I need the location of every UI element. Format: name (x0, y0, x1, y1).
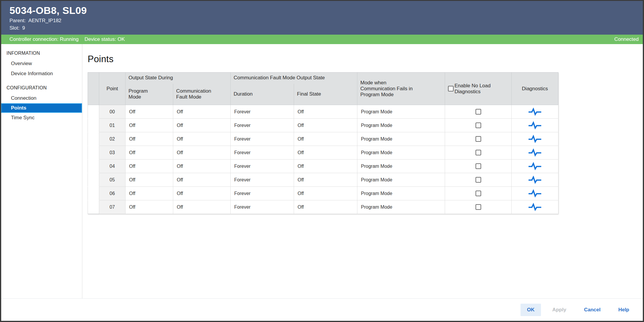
mode-when-cell[interactable]: Program Mode (357, 105, 445, 119)
mode-when-cell[interactable]: Program Mode (357, 200, 445, 214)
row-selector[interactable] (88, 105, 99, 119)
program-mode-cell[interactable]: Off (126, 187, 173, 200)
sidebar-item-points[interactable]: Points (1, 103, 82, 113)
duration-cell[interactable]: Forever (231, 105, 294, 119)
selector-column-header (88, 73, 99, 105)
point-cell: 02 (99, 132, 126, 146)
mode-when-cell[interactable]: Program Mode (357, 119, 445, 132)
communication-fault-mode-cell[interactable]: Off (173, 187, 231, 200)
diagnostics-cell (512, 173, 558, 187)
duration-cell[interactable]: Forever (231, 119, 294, 132)
connection-state-badge: Connected (614, 36, 639, 42)
diagnostics-cell (512, 119, 558, 132)
communication-fault-mode-cell[interactable]: Off (173, 119, 231, 132)
row-selector[interactable] (88, 146, 99, 160)
diagnostics-cell (512, 105, 558, 119)
final-state-cell[interactable]: Off (294, 187, 357, 200)
final-state-cell[interactable]: Off (294, 146, 357, 160)
sidebar: INFORMATIONOverviewDevice InformationCON… (1, 44, 82, 298)
no-load-checkbox[interactable] (476, 191, 481, 196)
no-load-checkbox[interactable] (476, 109, 481, 115)
duration-cell[interactable]: Forever (231, 132, 294, 146)
cancel-button[interactable]: Cancel (577, 304, 607, 316)
enable-no-load-cell (445, 132, 512, 146)
row-selector[interactable] (88, 132, 99, 146)
mode-when-cell[interactable]: Program Mode (357, 146, 445, 160)
window-body: INFORMATIONOverviewDevice InformationCON… (1, 44, 643, 298)
section-heading: Points (88, 54, 643, 65)
duration-cell[interactable]: Forever (231, 146, 294, 160)
program-mode-cell[interactable]: Off (126, 160, 173, 173)
no-load-checkbox[interactable] (476, 163, 481, 169)
column-header-enable-no-load: Enable No Load Diagnostics (445, 73, 512, 105)
diagnostics-cell (512, 132, 558, 146)
mode-when-cell[interactable]: Program Mode (357, 173, 445, 187)
module-properties-window: 5034-OB8, SL09 Parent:AENTR_IP182 Slot:9… (0, 0, 644, 322)
final-state-cell[interactable]: Off (294, 173, 357, 187)
no-load-checkbox[interactable] (476, 136, 481, 142)
sidebar-section-label: INFORMATION (1, 48, 82, 59)
enable-no-load-cell (445, 146, 512, 160)
no-load-checkbox[interactable] (476, 177, 481, 183)
program-mode-cell[interactable]: Off (126, 146, 173, 160)
row-selector[interactable] (88, 160, 99, 173)
program-mode-cell[interactable]: Off (126, 119, 173, 132)
sidebar-item-time-sync[interactable]: Time Sync (1, 113, 82, 123)
no-load-checkbox[interactable] (476, 204, 481, 210)
column-header-program-mode: Program Mode (126, 84, 173, 105)
diagnostics-cell (512, 160, 558, 173)
row-selector[interactable] (88, 187, 99, 200)
final-state-cell[interactable]: Off (294, 132, 357, 146)
program-mode-cell[interactable]: Off (126, 200, 173, 214)
column-header-communication-fault-mode: Communication Fault Mode (173, 84, 231, 105)
diagnostics-pulse-icon[interactable] (528, 135, 542, 143)
mode-when-cell[interactable]: Program Mode (357, 132, 445, 146)
duration-cell[interactable]: Forever (231, 160, 294, 173)
no-load-checkbox[interactable] (476, 150, 481, 155)
row-selector[interactable] (88, 200, 99, 214)
mode-when-cell[interactable]: Program Mode (357, 160, 445, 173)
help-button[interactable]: Help (612, 304, 636, 316)
communication-fault-mode-cell[interactable]: Off (173, 132, 231, 146)
communication-fault-mode-cell[interactable]: Off (173, 105, 231, 119)
diagnostics-pulse-icon[interactable] (528, 176, 542, 184)
final-state-cell[interactable]: Off (294, 200, 357, 214)
column-header-diagnostics: Diagnostics (512, 73, 558, 105)
program-mode-cell[interactable]: Off (126, 173, 173, 187)
title-bar: 5034-OB8, SL09 Parent:AENTR_IP182 Slot:9 (1, 1, 643, 35)
communication-fault-mode-cell[interactable]: Off (173, 146, 231, 160)
program-mode-cell[interactable]: Off (126, 105, 173, 119)
duration-cell[interactable]: Forever (231, 200, 294, 214)
final-state-cell[interactable]: Off (294, 160, 357, 173)
final-state-cell[interactable]: Off (294, 105, 357, 119)
table-row: 05OffOffForeverOffProgram Mode (88, 173, 558, 187)
program-mode-cell[interactable]: Off (126, 132, 173, 146)
diagnostics-pulse-icon[interactable] (528, 162, 542, 170)
communication-fault-mode-cell[interactable]: Off (173, 173, 231, 187)
diagnostics-pulse-icon[interactable] (528, 121, 542, 129)
mode-when-cell[interactable]: Program Mode (357, 187, 445, 200)
diagnostics-pulse-icon[interactable] (528, 149, 542, 157)
duration-cell[interactable]: Forever (231, 173, 294, 187)
communication-fault-mode-cell[interactable]: Off (173, 200, 231, 214)
column-header-duration: Duration (231, 84, 294, 105)
ok-button[interactable]: OK (521, 304, 541, 316)
table-row: 04OffOffForeverOffProgram Mode (88, 160, 558, 173)
enable-no-load-cell (445, 200, 512, 214)
diagnostics-pulse-icon[interactable] (528, 189, 542, 197)
diagnostics-pulse-icon[interactable] (528, 108, 542, 116)
row-selector[interactable] (88, 173, 99, 187)
communication-fault-mode-cell[interactable]: Off (173, 160, 231, 173)
slot-value: 9 (22, 25, 25, 31)
final-state-cell[interactable]: Off (294, 119, 357, 132)
sidebar-item-overview[interactable]: Overview (1, 59, 82, 69)
point-cell: 00 (99, 105, 126, 119)
row-selector[interactable] (88, 119, 99, 132)
no-load-checkbox[interactable] (476, 123, 481, 128)
sidebar-item-connection[interactable]: Connection (1, 93, 82, 103)
apply-button[interactable]: Apply (546, 304, 573, 316)
enable-no-load-header-checkbox[interactable] (448, 86, 454, 91)
duration-cell[interactable]: Forever (231, 187, 294, 200)
diagnostics-pulse-icon[interactable] (528, 203, 542, 211)
sidebar-item-device-information[interactable]: Device Information (1, 69, 82, 79)
